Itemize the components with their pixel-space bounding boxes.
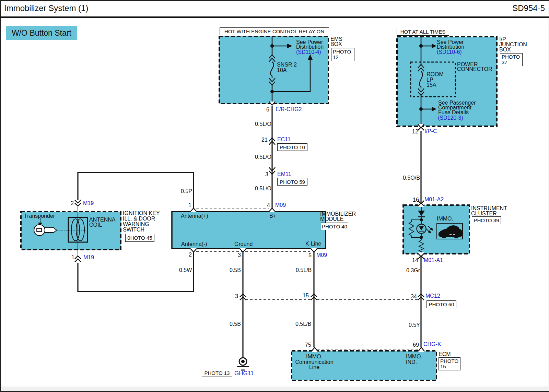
title-bar: Immobilizer System (1) SD954-5: [0, 0, 549, 16]
wire-label: 0.5P: [181, 189, 192, 194]
module-pin-ground: Ground: [234, 241, 253, 247]
wire-label: 0.5L/B: [296, 268, 312, 273]
wire-label: 0.5L/B: [295, 321, 311, 327]
photo-13-button[interactable]: PHOTO 13: [202, 369, 232, 377]
pin-1: 1: [71, 255, 74, 261]
transponder-label: Transponder: [24, 213, 55, 219]
pin-1: 1: [188, 203, 191, 209]
ecm-immo-ind-label: IMMO. IND.: [406, 354, 422, 365]
wire-label: 0.5B: [230, 321, 241, 327]
ground-ghg11-link[interactable]: GHG11: [234, 370, 254, 377]
photo-12-button[interactable]: PHOTO 12: [331, 48, 354, 61]
pin-12: 12: [412, 129, 418, 135]
fuse-amp: 10A: [277, 68, 287, 73]
photo-59-button[interactable]: PHOTO 59: [277, 178, 307, 186]
pin-21: 21: [261, 137, 268, 143]
connector-m01a2-link[interactable]: M01-A2: [424, 197, 444, 203]
photo-37-line1: PHOTO: [502, 54, 520, 60]
connector-m01a1-link[interactable]: M01-A1: [424, 258, 443, 263]
photo-15-line2: 15: [440, 364, 446, 369]
connector-ipc-link[interactable]: I/P-C: [424, 129, 437, 134]
connector-em11-link[interactable]: EM11: [277, 171, 291, 177]
antenna-coil-label-2: COIL: [89, 222, 102, 228]
page-code: SD954-5: [512, 3, 545, 13]
pin-16: 16: [413, 197, 419, 203]
ipjb-name-3: BOX: [499, 47, 511, 53]
photo-15-line1: PHOTO: [440, 358, 458, 364]
module-pin-b-plus: B+: [269, 213, 276, 219]
connector-chgk-link[interactable]: CHG-K: [423, 342, 441, 347]
ecm-ind-2: IND.: [406, 359, 422, 365]
page-title: Immobilizer System (1): [4, 3, 88, 13]
pin-4: 4: [267, 203, 270, 209]
module-name-2: MODULE: [320, 216, 343, 222]
ecm-comm-2: Communication: [290, 359, 339, 365]
pin-14: 14: [412, 258, 418, 263]
wire-label: 0.3Gr: [406, 268, 420, 274]
pin-75: 75: [305, 342, 311, 348]
module-pin-k-line: K-Line: [305, 241, 321, 247]
wire-label: 0.5O/B: [403, 175, 420, 181]
variant-badge: W/O Button Start: [6, 26, 77, 40]
pin-15: 15: [303, 293, 309, 299]
antenna-minus-loop: [78, 252, 194, 292]
photo-37-button[interactable]: PHOTO 37: [500, 53, 523, 66]
pin-3: 3: [265, 172, 268, 178]
connector-er-chg2-link[interactable]: E/R-CHG2: [276, 107, 302, 112]
connector-m19-link[interactable]: M19: [83, 201, 94, 206]
connector-m19-bottom-icon: [75, 256, 81, 262]
connector-ec11-link[interactable]: EC11: [277, 137, 291, 143]
pin-5: 5: [308, 253, 312, 259]
ipjb-ref-link[interactable]: (SD110-6): [437, 49, 462, 55]
photo-39-button[interactable]: PHOTO 39: [472, 216, 501, 224]
connector-m19-top-icon: [75, 200, 81, 206]
ecm-comm-3: Line: [290, 365, 339, 370]
wire-label: 0.5B: [230, 268, 241, 273]
module-pin-antenna-minus: Antenna(-): [181, 241, 207, 247]
wire-label: 0.5L/O: [255, 121, 271, 127]
photo-12-line1: PHOTO: [333, 49, 351, 55]
connector-mc12-link[interactable]: MC12: [425, 293, 440, 299]
pin-34: 34: [411, 294, 417, 300]
photo-37-line2: 37: [502, 60, 507, 65]
antenna-plus-loop: [78, 173, 194, 208]
wire-label: 0.5L/O: [255, 154, 271, 160]
ecm-name: ECM: [439, 352, 451, 357]
banner-engine-control-relay: HOT WITH ENGINE CONTROL RELAY ON: [220, 27, 329, 35]
pin-69: 69: [413, 342, 419, 348]
photo-60-button[interactable]: PHOTO 60: [427, 300, 456, 308]
ecm-immo-comm-label: IMMO. Communication Line: [290, 354, 339, 370]
pin-2: 2: [189, 252, 192, 258]
ground-symbol-icon: [237, 358, 249, 370]
passenger-ref-link[interactable]: (SD120-3): [438, 115, 463, 121]
ecm-ind-1: IMMO.: [406, 354, 422, 359]
photo-40-button[interactable]: PHOTO 40: [321, 223, 348, 230]
wire-label: 0.5W: [179, 268, 192, 273]
fuse-amp: 15A: [427, 82, 436, 88]
banner-hot-at-all-times: HOT AT ALL TIMES: [397, 28, 449, 36]
ems-ref-link[interactable]: (SD110-4): [296, 49, 321, 55]
connector-m09-link[interactable]: M09: [275, 202, 286, 208]
photo-12-line2: 12: [333, 55, 339, 60]
pin-3: 3: [238, 252, 241, 258]
page-bottom-strip: [1, 387, 548, 391]
power-connector-label-2: CONNECTOR: [457, 67, 492, 72]
pin-6: 6: [266, 107, 269, 113]
connector-m19-link[interactable]: M19: [83, 255, 94, 261]
wire-label: 0.5Y: [409, 322, 420, 328]
module-pin-antenna-plus: Antenna(+): [181, 213, 208, 219]
ecm-comm-1: IMMO.: [290, 354, 339, 359]
immo-indicator-label: IMMO.: [437, 216, 453, 222]
pin-2: 2: [71, 201, 74, 206]
connector-m09-link[interactable]: M09: [316, 252, 327, 258]
photo-15-button[interactable]: PHOTO 15: [439, 357, 460, 370]
ems-name-2: BOX: [330, 41, 342, 47]
wiring-diagram-canvas: [0, 0, 549, 392]
ignition-key-label-4: SWITCH: [123, 227, 144, 233]
wiring-diagram-page: Immobilizer System (1) SD954-5 W/O Butto…: [0, 0, 549, 392]
photo-10-button[interactable]: PHOTO 10: [277, 143, 307, 151]
title-separator: [0, 16, 549, 18]
pin-3: 3: [235, 294, 238, 299]
cluster-name-2: CLUSTER: [471, 211, 497, 217]
photo-45-button[interactable]: 0HOTO 45: [125, 234, 154, 242]
